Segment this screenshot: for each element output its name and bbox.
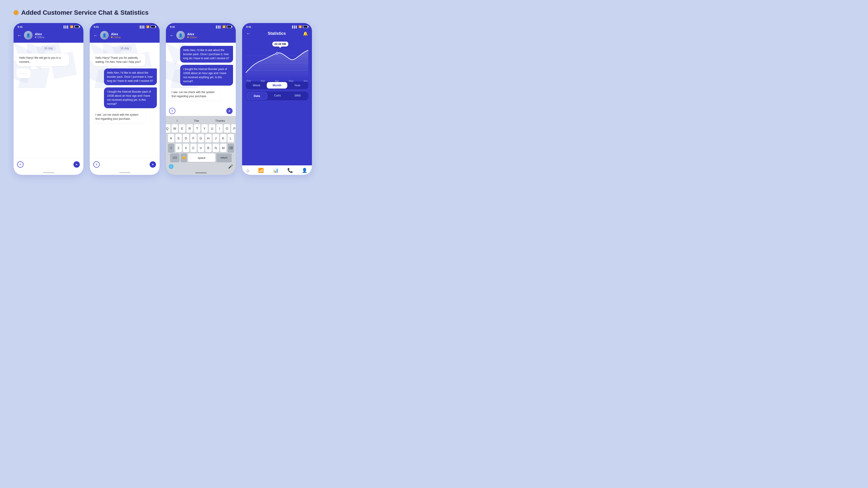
status-bar-4: 9:41 ▌▌▌ 📶 — [242, 23, 312, 29]
key-l[interactable]: L — [228, 134, 234, 142]
key-m[interactable]: M — [220, 144, 226, 152]
signal-icon-4: ▌▌▌ — [292, 26, 298, 28]
key-n[interactable]: N — [213, 144, 219, 152]
status-text-3: Online — [190, 36, 197, 39]
add-button-3[interactable]: + — [169, 108, 176, 114]
status-bar-2: 9:41 ▌▌▌ 📶 — [90, 23, 160, 29]
key-b[interactable]: B — [205, 144, 212, 152]
key-p[interactable]: P — [231, 124, 236, 133]
input-field-1[interactable] — [25, 161, 72, 168]
bell-icon[interactable]: 🔔 — [303, 31, 308, 36]
key-v[interactable]: V — [198, 144, 204, 152]
tab-sms[interactable]: SMS — [287, 92, 308, 100]
key-f[interactable]: F — [190, 134, 197, 142]
keyboard-3: I The Thanks Q W E R T Y U I O P A S D F — [166, 116, 236, 171]
wifi-icon-2: 📶 — [146, 25, 149, 28]
status-bar-3: 9:41 ▌▌▌ 📶 — [166, 23, 236, 29]
back-button-2[interactable]: ← — [93, 33, 98, 38]
key-y[interactable]: Y — [202, 124, 208, 133]
key-emoji[interactable]: 😊 — [181, 153, 187, 162]
msg-3-3: I see. Let me check with the system firs… — [168, 88, 221, 101]
stats-title: Statistics — [268, 31, 286, 36]
chat-header-3: ← 👤 Alex Online — [166, 29, 236, 43]
user-name-1: Alex — [35, 32, 44, 36]
key-backspace[interactable]: ⌫ — [228, 144, 234, 152]
key-c[interactable]: C — [190, 144, 197, 152]
globe-icon[interactable]: 🌐 — [168, 164, 174, 169]
back-button-3[interactable]: ← — [169, 33, 174, 38]
chart-peak-inner — [276, 53, 278, 54]
stats-body: 22.34 GB — [242, 39, 312, 165]
nav-chart-icon[interactable]: 📊 — [273, 168, 278, 173]
key-t[interactable]: T — [194, 124, 200, 133]
bottom-nav: ⌂ 📶 📊 📞 👤 — [242, 165, 312, 175]
key-return[interactable]: return — [216, 153, 232, 162]
key-o[interactable]: O — [224, 124, 230, 133]
nav-phone-icon[interactable]: 📞 — [287, 168, 293, 173]
kb-row-2: A S D F G H J K L — [167, 134, 235, 142]
status-text-2: Online — [114, 36, 121, 39]
tab-year[interactable]: Year — [287, 82, 308, 89]
tab-data[interactable]: Data — [246, 92, 268, 100]
chart-labels: Feb Mar Apr May Jun — [246, 79, 308, 82]
key-d[interactable]: D — [183, 134, 189, 142]
time-4: 9:41 — [246, 26, 251, 28]
key-123[interactable]: 123 — [170, 153, 180, 162]
suggestion-the[interactable]: The — [192, 119, 201, 123]
avatar-3: 👤 — [176, 31, 185, 39]
chat-input-bar-2: + ➤ — [90, 158, 160, 170]
key-a[interactable]: A — [168, 134, 174, 142]
input-field-2[interactable] — [101, 161, 148, 168]
msg-2-4: I see. Let me check with the system firs… — [92, 110, 145, 123]
key-s[interactable]: S — [176, 134, 182, 142]
msg-2-2: Hello Alex, I'd like to ask about the bo… — [104, 68, 157, 85]
key-k[interactable]: K — [220, 134, 226, 142]
msg-3-1: Hello Alex, I'd like to ask about the bo… — [180, 46, 233, 63]
accent-dot — [13, 10, 19, 15]
key-q[interactable]: Q — [166, 124, 170, 133]
key-h[interactable]: H — [205, 134, 212, 142]
send-button-3[interactable]: ➤ — [226, 108, 232, 114]
battery-icon-2 — [151, 26, 156, 28]
kb-suggestions: I The Thanks — [167, 118, 235, 124]
key-i[interactable]: I — [216, 124, 223, 133]
send-button-1[interactable]: ➤ — [73, 161, 80, 168]
key-w[interactable]: W — [172, 124, 178, 133]
key-x[interactable]: X — [183, 144, 189, 152]
nav-wifi-icon[interactable]: 📶 — [258, 168, 264, 173]
key-r[interactable]: R — [186, 124, 193, 133]
key-space[interactable]: space — [188, 153, 215, 162]
key-j[interactable]: J — [213, 134, 219, 142]
add-button-1[interactable]: + — [17, 161, 24, 168]
date-badge-1: 16 July — [41, 46, 56, 51]
nav-user-icon[interactable]: 👤 — [302, 168, 307, 173]
suggestion-i[interactable]: I — [175, 119, 180, 123]
mic-icon[interactable]: 🎤 — [228, 164, 233, 169]
key-e[interactable]: E — [179, 124, 185, 133]
stats-header: ← Statistics 🔔 — [242, 29, 312, 39]
back-button-1[interactable]: ← — [17, 33, 22, 38]
key-shift[interactable]: ⇧ — [168, 144, 174, 152]
nav-home-icon[interactable]: ⌂ — [247, 168, 249, 173]
avatar-img-1: 👤 — [24, 31, 33, 39]
time-tabs: Week Month Year — [246, 81, 308, 89]
send-button-2[interactable]: ➤ — [150, 161, 156, 168]
chat-body-1: 16 July Hello Harry! We will get to you … — [13, 43, 84, 158]
key-z[interactable]: Z — [176, 144, 182, 152]
user-info-3: Alex Online — [187, 32, 197, 39]
tab-calls[interactable]: Calls — [268, 92, 287, 100]
add-button-2[interactable]: + — [93, 161, 100, 168]
tab-week[interactable]: Week — [246, 82, 267, 89]
chat-input-row-3: + ➤ — [166, 106, 236, 116]
time-2: 9:41 — [94, 26, 99, 28]
suggestion-thanks[interactable]: Thanks — [213, 119, 227, 123]
key-u[interactable]: U — [209, 124, 215, 133]
msg-1-2: · · · — [16, 68, 31, 78]
time-1: 9:41 — [18, 26, 23, 28]
back-button-4[interactable]: ← — [246, 31, 251, 36]
key-g[interactable]: G — [198, 134, 204, 142]
tab-month[interactable]: Month — [267, 82, 287, 89]
kb-row-3: ⇧ Z X C V B N M ⌫ — [167, 144, 235, 152]
wifi-icon-1: 📶 — [70, 25, 73, 28]
home-bar-1 — [43, 172, 54, 173]
